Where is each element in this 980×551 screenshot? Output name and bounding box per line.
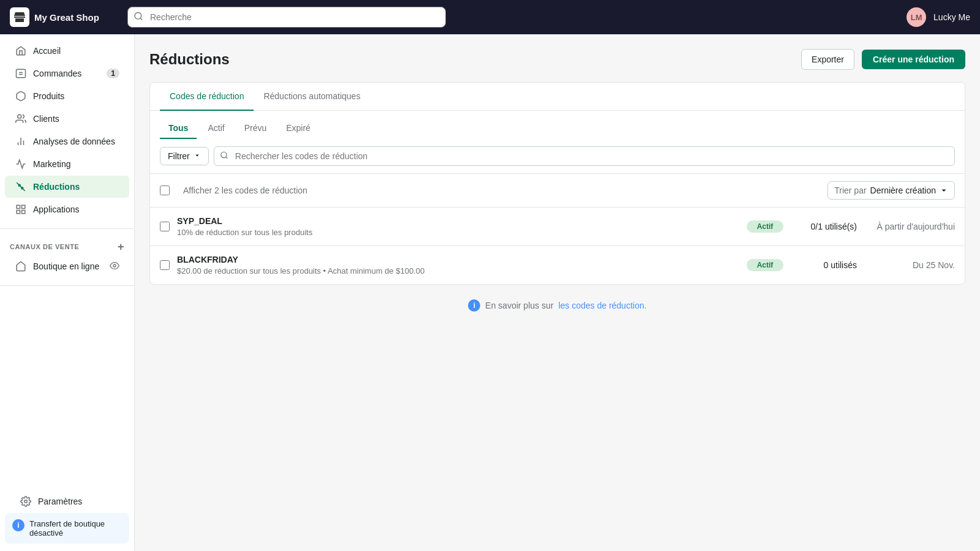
sort-label: Trier par xyxy=(834,186,866,195)
page-actions: Exporter Créer une réduction xyxy=(801,49,965,70)
sidebar-label-commandes: Commandes xyxy=(33,69,81,78)
svg-rect-1 xyxy=(17,69,26,78)
sidebar-label-accueil: Accueil xyxy=(33,46,61,56)
discount-usage-blackfriday: 0 utilisés xyxy=(783,260,857,270)
discount-row-syp[interactable]: SYP_DEAL 10% de réduction sur tous les p… xyxy=(150,208,965,246)
sidebar-label-reductions: Réductions xyxy=(33,182,80,192)
select-all-checkbox[interactable] xyxy=(160,186,170,195)
info-notice-icon: i xyxy=(468,299,480,312)
tab-reductions-auto[interactable]: Réductions automatiques xyxy=(254,83,370,111)
sub-tab-actif[interactable]: Actif xyxy=(199,118,233,139)
sidebar-item-marketing[interactable]: Marketing xyxy=(5,153,129,175)
main-area: Accueil Commandes 1 Produits xyxy=(0,34,980,551)
sidebar-label-applications: Applications xyxy=(33,204,80,214)
orders-icon xyxy=(15,67,27,80)
sidebar-label-analyses: Analyses de données xyxy=(33,137,115,146)
discount-date-blackfriday: Du 25 Nov. xyxy=(857,260,955,270)
sort-value: Dernière création xyxy=(870,186,936,195)
discount-code-syp: SYP_DEAL xyxy=(177,216,747,226)
store-icon xyxy=(15,260,27,272)
apps-icon xyxy=(15,203,27,216)
shop-logo-icon xyxy=(10,7,29,27)
reductions-icon xyxy=(15,181,27,193)
top-bar: My Great Shop LM Lucky Me xyxy=(0,0,980,34)
sidebar-item-reductions[interactable]: Réductions xyxy=(5,176,129,198)
page-title: Réductions xyxy=(149,51,230,68)
svg-rect-13 xyxy=(17,211,20,214)
main-tabs: Codes de réduction Réductions automatiqu… xyxy=(150,83,965,111)
discounts-card: Codes de réduction Réductions automatiqu… xyxy=(149,82,965,285)
user-name: Lucky Me xyxy=(933,12,970,22)
info-icon: i xyxy=(12,519,24,531)
discount-search xyxy=(214,146,955,166)
discount-date-syp: À partir d'aujourd'hui xyxy=(857,222,955,231)
sidebar-bottom: Paramètres i Transfert de boutique désac… xyxy=(0,482,134,551)
discount-usage-syp: 0/1 utilisé(s) xyxy=(783,222,857,231)
commandes-badge: 1 xyxy=(107,69,119,78)
sidebar-item-clients[interactable]: Clients xyxy=(5,108,129,130)
sub-tabs: Tous Actif Prévu Expiré xyxy=(150,111,965,139)
discount-info-blackfriday: BLACKFRIDAY $20.00 de réduction sur tous… xyxy=(177,255,747,276)
nav-section: Accueil Commandes 1 Produits xyxy=(0,34,134,226)
transfer-notice: i Transfert de boutique désactivé xyxy=(5,513,129,544)
discount-checkbox-blackfriday[interactable] xyxy=(160,260,170,270)
svg-point-17 xyxy=(221,152,227,157)
info-notice: i En savoir plus sur les codes de réduct… xyxy=(149,285,965,326)
sidebar-item-boutique[interactable]: Boutique en ligne xyxy=(5,255,129,277)
clients-icon xyxy=(15,113,27,125)
discount-checkbox-syp[interactable] xyxy=(160,222,170,231)
sidebar-label-boutique: Boutique en ligne xyxy=(33,261,99,271)
filter-bar: Filtrer xyxy=(150,139,965,174)
table-header-left: Afficher 2 les codes de réduction xyxy=(160,186,827,195)
status-badge-blackfriday: Actif xyxy=(747,259,783,271)
svg-point-16 xyxy=(24,500,28,503)
add-channel-icon[interactable]: + xyxy=(118,241,124,252)
svg-line-10 xyxy=(17,182,25,191)
sidebar-label-marketing: Marketing xyxy=(33,159,70,169)
sidebar-item-commandes[interactable]: Commandes 1 xyxy=(5,62,129,84)
shop-logo: My Great Shop xyxy=(10,7,120,27)
sidebar-item-parametres[interactable]: Paramètres xyxy=(10,490,124,512)
info-link[interactable]: les codes de réduction. xyxy=(559,301,647,310)
analytics-icon xyxy=(15,135,27,148)
status-badge-syp: Actif xyxy=(747,220,783,233)
discount-info-syp: SYP_DEAL 10% de réduction sur tous les p… xyxy=(177,216,747,237)
sidebar-label-produits: Produits xyxy=(33,91,64,101)
svg-rect-12 xyxy=(22,205,25,208)
products-icon xyxy=(15,90,27,102)
svg-rect-11 xyxy=(17,205,20,208)
svg-point-0 xyxy=(135,13,141,20)
discount-code-blackfriday: BLACKFRIDAY xyxy=(177,255,747,264)
search-input[interactable] xyxy=(127,7,446,28)
home-icon xyxy=(15,45,27,57)
sidebar-item-applications[interactable]: Applications xyxy=(5,198,129,220)
svg-rect-14 xyxy=(22,211,25,214)
sales-channels-section: CANAUX DE VENTE + Boutique en ligne xyxy=(0,231,134,283)
export-button[interactable]: Exporter xyxy=(801,49,854,70)
boutique-eye-icon xyxy=(110,261,119,272)
svg-point-15 xyxy=(113,264,116,267)
marketing-icon xyxy=(15,158,27,170)
sub-tab-prevu[interactable]: Prévu xyxy=(236,118,276,139)
sidebar: Accueil Commandes 1 Produits xyxy=(0,34,135,551)
sidebar-item-accueil[interactable]: Accueil xyxy=(5,40,129,62)
show-all-text: Afficher 2 les codes de réduction xyxy=(183,186,307,195)
sidebar-item-produits[interactable]: Produits xyxy=(5,85,129,107)
table-header: Afficher 2 les codes de réduction Trier … xyxy=(150,174,965,208)
info-text: En savoir plus sur xyxy=(485,301,553,310)
discount-row-blackfriday[interactable]: BLACKFRIDAY $20.00 de réduction sur tous… xyxy=(150,246,965,284)
sidebar-item-analyses[interactable]: Analyses de données xyxy=(5,130,129,152)
shop-name: My Great Shop xyxy=(34,12,99,23)
sub-tab-tous[interactable]: Tous xyxy=(160,118,197,139)
discount-desc-blackfriday: $20.00 de réduction sur tous les produit… xyxy=(177,266,747,276)
discount-search-input[interactable] xyxy=(214,146,955,166)
sub-tab-expire[interactable]: Expiré xyxy=(277,118,319,139)
search-filter-icon xyxy=(220,151,228,162)
create-discount-button[interactable]: Créer une réduction xyxy=(862,50,965,69)
sidebar-label-clients: Clients xyxy=(33,114,59,124)
filter-button[interactable]: Filtrer xyxy=(160,147,209,165)
svg-point-4 xyxy=(18,114,21,118)
sort-control[interactable]: Trier par Dernière création xyxy=(827,181,955,200)
tab-codes-reduction[interactable]: Codes de réduction xyxy=(160,83,254,111)
sidebar-label-parametres: Paramètres xyxy=(38,497,82,506)
